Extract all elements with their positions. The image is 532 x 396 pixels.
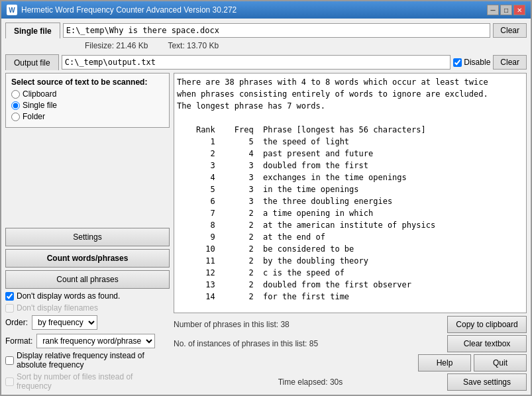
count-words-button[interactable]: Count words/phrases bbox=[5, 249, 170, 268]
radio-folder-label: Folder bbox=[23, 112, 45, 121]
dont-display-filenames-checkbox[interactable] bbox=[5, 304, 14, 313]
instances-count-row: No. of instances of phrases in this list… bbox=[174, 335, 527, 352]
disable-label: Disable bbox=[464, 58, 490, 67]
filesize-label: Filesize: 21.46 Kb bbox=[85, 41, 148, 50]
file-path-input[interactable] bbox=[63, 23, 491, 38]
minimize-button[interactable]: ─ bbox=[487, 5, 499, 15]
sort-files-row: Sort by number of files instead of frequ… bbox=[5, 372, 170, 391]
radio-clipboard-label: Clipboard bbox=[23, 89, 56, 99]
disable-checkbox-container: Disable bbox=[453, 58, 490, 67]
radio-folder: Folder bbox=[11, 112, 164, 121]
quit-button[interactable]: Quit bbox=[474, 354, 527, 371]
clear-file-button[interactable]: Clear bbox=[493, 23, 527, 38]
radio-folder-input[interactable] bbox=[11, 113, 20, 121]
format-row: Format: rank frequency word/phrase word/… bbox=[5, 334, 170, 348]
source-group: Select source of text to be scanned: Cli… bbox=[5, 73, 170, 128]
dont-display-words-row: Don't display words as found. bbox=[5, 291, 170, 301]
dont-display-words-label: Don't display words as found. bbox=[17, 291, 120, 301]
relative-freq-checkbox[interactable] bbox=[5, 356, 14, 365]
dont-display-filenames-row: Don't display filenames bbox=[5, 303, 170, 313]
source-label: Select source of text to be scanned: bbox=[11, 77, 164, 87]
phrases-count-label: Number of phrases in this list: 38 bbox=[174, 320, 290, 329]
output-path-input[interactable] bbox=[62, 55, 451, 70]
format-select[interactable]: rank frequency word/phrase word/phrase f… bbox=[36, 334, 155, 348]
save-settings-button[interactable]: Save settings bbox=[447, 373, 527, 391]
right-panel: There are 38 phrases with 4 to 8 words w… bbox=[174, 73, 527, 391]
single-file-row: Single file Clear bbox=[5, 23, 527, 38]
save-time-row: Time elapsed: 30s Save settings bbox=[174, 373, 527, 391]
help-quit-row: Help Quit bbox=[174, 354, 527, 371]
app-icon: W bbox=[7, 5, 17, 15]
radio-clipboard-input[interactable] bbox=[11, 90, 20, 99]
sort-files-label: Sort by number of files instead of frequ… bbox=[17, 372, 170, 391]
clear-textbox-button[interactable]: Clear textbox bbox=[447, 335, 527, 352]
copy-to-clipboard-button[interactable]: Copy to clipboard bbox=[447, 316, 527, 333]
output-file-row: Output file Disable Clear bbox=[5, 54, 527, 70]
output-text-area[interactable]: There are 38 phrases with 4 to 8 words w… bbox=[174, 73, 527, 313]
titlebar: W Hermetic Word Frequency Counter Advanc… bbox=[1, 1, 531, 19]
left-panel: Select source of text to be scanned: Cli… bbox=[5, 73, 170, 391]
order-row: Order: by frequency by rank alphabetical bbox=[5, 315, 170, 330]
time-elapsed: Time elapsed: 30s bbox=[174, 376, 447, 388]
radio-single-file: Single file bbox=[11, 101, 164, 110]
file-info: Filesize: 21.46 Kb Text: 13.70 Kb bbox=[5, 41, 527, 50]
maximize-button[interactable]: □ bbox=[500, 5, 512, 15]
dont-display-filenames-label: Don't display filenames bbox=[17, 303, 98, 313]
disable-checkbox[interactable] bbox=[453, 58, 462, 67]
format-label: Format: bbox=[5, 336, 32, 346]
radio-single-file-label: Single file bbox=[23, 101, 57, 110]
window-title: Hermetic Word Frequency Counter Advanced… bbox=[21, 5, 237, 15]
instances-count-label: No. of instances of phrases in this list… bbox=[174, 339, 318, 348]
main-window: W Hermetic Word Frequency Counter Advanc… bbox=[0, 0, 532, 396]
relative-freq-row: Display relative frequency instead of ab… bbox=[5, 351, 170, 370]
phrases-count-row: Number of phrases in this list: 38 Copy … bbox=[174, 316, 527, 333]
help-button[interactable]: Help bbox=[418, 354, 471, 371]
help-quit-buttons: Help Quit bbox=[418, 354, 527, 371]
relative-freq-label: Display relative frequency instead of ab… bbox=[17, 351, 170, 370]
dont-display-words-checkbox[interactable] bbox=[5, 292, 14, 301]
settings-button[interactable]: Settings bbox=[5, 228, 170, 246]
output-file-tab[interactable]: Output file bbox=[5, 54, 59, 70]
count-phrases-button[interactable]: Count all phrases bbox=[5, 270, 170, 289]
close-button[interactable]: ✕ bbox=[513, 5, 525, 15]
titlebar-left: W Hermetic Word Frequency Counter Advanc… bbox=[7, 5, 237, 15]
order-label: Order: bbox=[5, 318, 28, 327]
main-content: Single file Clear Filesize: 21.46 Kb Tex… bbox=[1, 19, 531, 395]
titlebar-buttons: ─ □ ✕ bbox=[487, 5, 525, 15]
radio-clipboard: Clipboard bbox=[11, 89, 164, 99]
clear-output-button[interactable]: Clear bbox=[493, 55, 527, 70]
text-size-label: Text: 13.70 Kb bbox=[168, 41, 219, 50]
single-file-tab[interactable]: Single file bbox=[5, 23, 60, 38]
order-select[interactable]: by frequency by rank alphabetical bbox=[32, 315, 97, 330]
output-text-content: There are 38 phrases with 4 to 8 words w… bbox=[177, 76, 523, 303]
bottom-right: Number of phrases in this list: 38 Copy … bbox=[174, 316, 527, 391]
radio-single-file-input[interactable] bbox=[11, 101, 20, 110]
sort-files-checkbox[interactable] bbox=[5, 377, 14, 386]
main-area: Select source of text to be scanned: Cli… bbox=[5, 73, 527, 391]
